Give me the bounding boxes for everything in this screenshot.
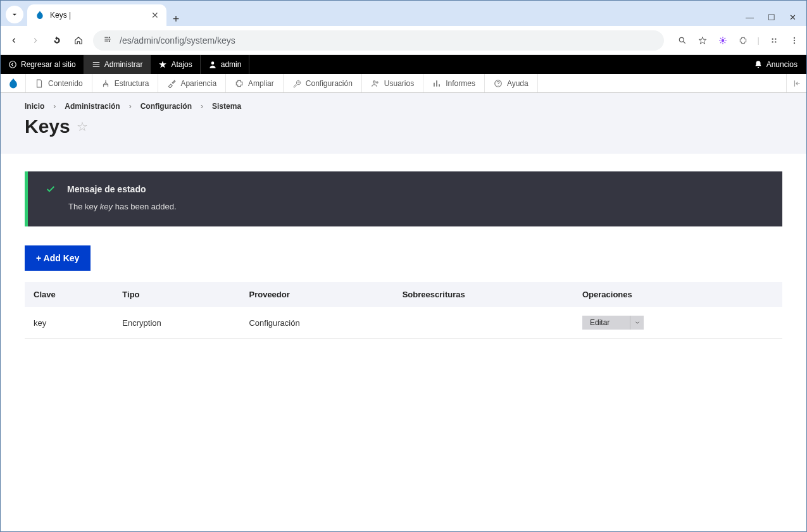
browser-back-button[interactable] xyxy=(7,34,21,47)
cell-overrides xyxy=(394,307,573,339)
admin-menu-label: Apariencia xyxy=(180,79,216,88)
table-header-provider[interactable]: Proveedor xyxy=(240,282,393,307)
drupal-drop-icon xyxy=(7,77,20,90)
toolbar-back-label: Regresar al sitio xyxy=(21,60,76,69)
profile-icon[interactable] xyxy=(768,35,780,46)
svg-point-2 xyxy=(679,37,684,42)
operations-dropbutton[interactable]: Editar xyxy=(582,316,644,330)
status-text-prefix: The key xyxy=(68,202,100,211)
browser-address-bar: /es/admin/config/system/keys | xyxy=(1,26,806,55)
toolbar-announcements[interactable]: Anuncios xyxy=(745,55,806,74)
admin-menu-content[interactable]: Contenido xyxy=(26,74,92,92)
page-header-region: Inicio › Administración › Configuración … xyxy=(1,93,806,154)
admin-menu-configuration[interactable]: Configuración xyxy=(284,74,362,92)
paintbrush-icon xyxy=(167,79,176,88)
toolbar-shortcuts-label: Atajos xyxy=(171,60,192,69)
add-key-button[interactable]: + Add Key xyxy=(25,245,91,271)
admin-menu-appearance[interactable]: Apariencia xyxy=(158,74,226,92)
status-key-name: key xyxy=(100,202,113,211)
page-body: Mensaje de estado The key key has been a… xyxy=(1,154,806,357)
toolbar-shortcuts[interactable]: Atajos xyxy=(151,55,200,74)
table-header-key[interactable]: Clave xyxy=(25,282,113,307)
toolbar-manage-label: Administrar xyxy=(104,60,143,69)
admin-menu-reports[interactable]: Informes xyxy=(423,74,485,92)
shortcut-star-icon[interactable]: ☆ xyxy=(77,119,88,134)
sitemap-icon xyxy=(101,79,110,88)
svg-point-9 xyxy=(794,39,795,40)
admin-menu-bar: Contenido Estructura Apariencia Ampliar … xyxy=(1,74,806,93)
tab-dropdown-button[interactable] xyxy=(6,6,23,23)
breadcrumb-item[interactable]: Inicio xyxy=(25,102,44,111)
breadcrumb-item[interactable]: Sistema xyxy=(212,102,241,111)
window-maximize-button[interactable]: ☐ xyxy=(768,13,775,22)
drupal-logo[interactable] xyxy=(1,74,26,92)
toolbar-back-to-site[interactable]: Regresar al sitio xyxy=(1,55,84,74)
new-tab-button[interactable]: + xyxy=(166,13,185,26)
file-icon xyxy=(35,79,44,88)
svg-point-3 xyxy=(721,39,724,42)
table-row: key Encryption Configuración Editar xyxy=(25,307,782,339)
url-input[interactable]: /es/admin/config/system/keys xyxy=(93,30,664,51)
admin-menu-help[interactable]: Ayuda xyxy=(485,74,538,92)
breadcrumb-separator: › xyxy=(201,102,203,111)
browser-forward-button[interactable] xyxy=(28,34,42,47)
admin-menu-label: Informes xyxy=(446,79,475,88)
check-icon xyxy=(46,184,56,194)
keys-table: Clave Tipo Proveedor Sobreescrituras Ope… xyxy=(25,282,782,339)
browser-menu-icon[interactable] xyxy=(789,35,800,46)
puzzle-icon xyxy=(235,79,244,88)
toolbar-manage[interactable]: Administrar xyxy=(84,55,151,74)
window-minimize-button[interactable]: — xyxy=(746,13,754,22)
admin-menu-people[interactable]: Usuarios xyxy=(362,74,423,92)
admin-menu-label: Estructura xyxy=(115,79,149,88)
admin-menu-label: Ayuda xyxy=(507,79,529,88)
status-message: Mensaje de estado The key key has been a… xyxy=(25,171,782,226)
table-header-operations[interactable]: Operaciones xyxy=(573,282,782,307)
breadcrumb-item[interactable]: Configuración xyxy=(141,102,192,111)
drupal-favicon-icon xyxy=(35,10,45,20)
admin-menu-structure[interactable]: Estructura xyxy=(92,74,159,92)
toolbar-user[interactable]: admin xyxy=(201,55,250,74)
admin-menu-label: Contenido xyxy=(48,79,83,88)
browser-tab[interactable]: Keys | ✕ xyxy=(27,4,166,26)
svg-point-7 xyxy=(775,41,776,42)
extension-icon[interactable] xyxy=(717,35,729,46)
svg-point-6 xyxy=(772,41,773,42)
svg-point-16 xyxy=(497,85,498,85)
status-text-suffix: has been added. xyxy=(113,202,176,211)
svg-point-8 xyxy=(794,37,795,38)
people-icon xyxy=(371,79,380,88)
bookmark-star-icon[interactable] xyxy=(697,35,708,46)
admin-menu-extend[interactable]: Ampliar xyxy=(226,74,284,92)
tab-close-button[interactable]: ✕ xyxy=(151,10,159,20)
url-text: /es/admin/config/system/keys xyxy=(120,35,235,46)
table-header-overrides[interactable]: Sobreescrituras xyxy=(394,282,573,307)
drupal-toolbar: Regresar al sitio Administrar Atajos adm… xyxy=(1,55,806,74)
browser-reload-button[interactable] xyxy=(50,34,64,47)
cell-type: Encryption xyxy=(113,307,240,339)
toolbar-user-label: admin xyxy=(221,60,242,69)
window-close-button[interactable]: ✕ xyxy=(789,13,796,22)
site-settings-icon[interactable] xyxy=(102,35,113,46)
svg-point-14 xyxy=(377,82,378,83)
browser-tab-strip: Keys | ✕ + — ☐ ✕ xyxy=(1,1,806,26)
table-header-type[interactable]: Tipo xyxy=(113,282,240,307)
admin-menu-label: Usuarios xyxy=(384,79,414,88)
browser-home-button[interactable] xyxy=(72,34,85,47)
status-body: The key key has been added. xyxy=(46,202,765,211)
svg-point-5 xyxy=(775,38,776,39)
question-circle-icon xyxy=(494,79,503,88)
operations-edit-label[interactable]: Editar xyxy=(582,316,630,330)
user-icon xyxy=(208,60,217,69)
svg-point-12 xyxy=(211,61,214,65)
breadcrumb-item[interactable]: Administración xyxy=(65,102,120,111)
extensions-puzzle-icon[interactable] xyxy=(737,35,749,46)
bar-chart-icon xyxy=(432,79,441,88)
svg-point-11 xyxy=(9,61,16,68)
collapse-left-icon xyxy=(792,79,801,88)
operations-caret[interactable] xyxy=(630,316,644,330)
chevron-down-icon xyxy=(634,319,641,326)
toolbar-orientation-toggle[interactable] xyxy=(786,74,806,92)
zoom-icon[interactable] xyxy=(677,35,688,46)
cell-provider: Configuración xyxy=(240,307,393,339)
